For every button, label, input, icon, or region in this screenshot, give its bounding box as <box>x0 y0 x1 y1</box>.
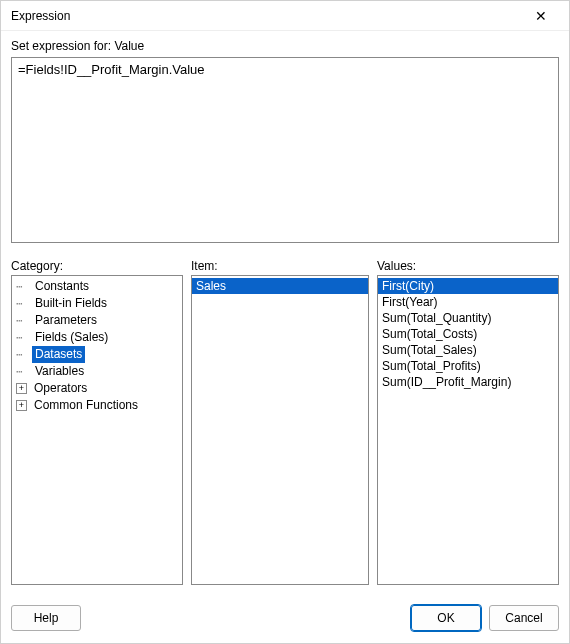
tree-connector-icon: ⋯ <box>16 295 30 312</box>
category-item-label: Built-in Fields <box>32 295 110 312</box>
cancel-button[interactable]: Cancel <box>489 605 559 631</box>
category-item[interactable]: +Operators <box>12 380 182 397</box>
values-column: Values: First(City)First(Year)Sum(Total_… <box>377 259 559 585</box>
category-item[interactable]: +Common Functions <box>12 397 182 414</box>
category-item-label: Constants <box>32 278 92 295</box>
ok-button[interactable]: OK <box>411 605 481 631</box>
tree-connector-icon: ⋯ <box>16 346 30 363</box>
category-item-label: Common Functions <box>31 397 141 414</box>
category-item[interactable]: ⋯Variables <box>12 363 182 380</box>
titlebar: Expression ✕ <box>1 1 569 31</box>
category-column: Category: ⋯Constants⋯Built-in Fields⋯Par… <box>11 259 183 585</box>
category-item-label: Fields (Sales) <box>32 329 111 346</box>
set-expression-label: Set expression for: Value <box>11 39 559 53</box>
category-item-label: Datasets <box>32 346 85 363</box>
category-item[interactable]: ⋯Parameters <box>12 312 182 329</box>
close-button[interactable]: ✕ <box>521 2 561 30</box>
expand-icon[interactable]: + <box>16 383 27 394</box>
values-list-item[interactable]: Sum(Total_Costs) <box>378 326 558 342</box>
category-item[interactable]: ⋯Fields (Sales) <box>12 329 182 346</box>
item-header: Item: <box>191 259 369 273</box>
item-listbox[interactable]: Sales <box>191 275 369 585</box>
close-icon: ✕ <box>535 8 547 24</box>
values-list-item[interactable]: Sum(Total_Sales) <box>378 342 558 358</box>
category-item-label: Variables <box>32 363 87 380</box>
tree-connector-icon: ⋯ <box>16 278 30 295</box>
values-list-item[interactable]: Sum(Total_Quantity) <box>378 310 558 326</box>
category-item[interactable]: ⋯Datasets <box>12 346 182 363</box>
values-list-item[interactable]: First(City) <box>378 278 558 294</box>
values-header: Values: <box>377 259 559 273</box>
expand-icon[interactable]: + <box>16 400 27 411</box>
category-listbox[interactable]: ⋯Constants⋯Built-in Fields⋯Parameters⋯Fi… <box>11 275 183 585</box>
tree-connector-icon: ⋯ <box>16 329 30 346</box>
help-button[interactable]: Help <box>11 605 81 631</box>
category-item-label: Parameters <box>32 312 100 329</box>
category-item[interactable]: ⋯Constants <box>12 278 182 295</box>
category-item-label: Operators <box>31 380 90 397</box>
columns: Category: ⋯Constants⋯Built-in Fields⋯Par… <box>11 259 559 585</box>
item-column: Item: Sales <box>191 259 369 585</box>
values-list-item[interactable]: First(Year) <box>378 294 558 310</box>
category-header: Category: <box>11 259 183 273</box>
values-list-item[interactable]: Sum(ID__Profit_Margin) <box>378 374 558 390</box>
dialog-content: Set expression for: Value Category: ⋯Con… <box>1 31 569 595</box>
footer: Help OK Cancel <box>1 595 569 643</box>
values-list-item[interactable]: Sum(Total_Profits) <box>378 358 558 374</box>
category-item[interactable]: ⋯Built-in Fields <box>12 295 182 312</box>
expression-textarea[interactable] <box>11 57 559 243</box>
tree-connector-icon: ⋯ <box>16 363 30 380</box>
dialog-title: Expression <box>11 9 521 23</box>
expression-dialog: Expression ✕ Set expression for: Value C… <box>0 0 570 644</box>
tree-connector-icon: ⋯ <box>16 312 30 329</box>
item-list-item[interactable]: Sales <box>192 278 368 294</box>
values-listbox[interactable]: First(City)First(Year)Sum(Total_Quantity… <box>377 275 559 585</box>
